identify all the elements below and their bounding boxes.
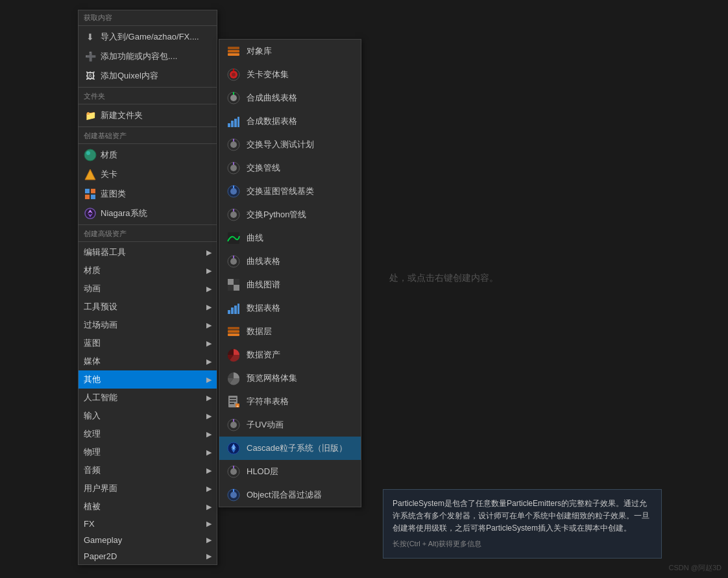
menu-item-foliage[interactable]: 植被 ▶ — [79, 498, 217, 516]
sub-item-asset-library[interactable]: 对象库 — [219, 40, 361, 63]
interchange-bp-label: 交换蓝图管线基类 — [247, 186, 314, 197]
menu-item-new-folder[interactable]: 📁 新建文件夹 — [79, 106, 217, 125]
sub-item-preview-mesh[interactable]: 预览网格体集 — [219, 367, 361, 390]
menu-item-blueprint-adv[interactable]: 蓝图 ▶ — [79, 334, 217, 352]
ui-arrow: ▶ — [206, 485, 212, 493]
sub-item-object-mixer[interactable]: Object混合器过滤器 — [219, 483, 361, 507]
svg-point-31 — [230, 188, 237, 195]
add-feature-label: 添加功能或内容包.... — [101, 51, 177, 62]
menu-item-niagara[interactable]: Niagara系统 — [79, 204, 217, 223]
menu-item-gameplay[interactable]: Gameplay ▶ — [79, 532, 217, 548]
menu-item-textures[interactable]: 纹理 ▶ — [79, 425, 217, 443]
menu-item-input[interactable]: 输入 ▶ — [79, 407, 217, 425]
interchange-test-label: 交换导入测试计划 — [247, 139, 314, 151]
tooltip-box: ParticleSystem是包含了任意数量ParticleEmitters的完… — [383, 489, 662, 559]
tool-presets-arrow: ▶ — [206, 303, 212, 311]
blueprint-class-label: 蓝图类 — [101, 188, 126, 200]
paper2d-label: Paper2D — [84, 551, 117, 561]
sub-item-curve[interactable]: 曲线 — [219, 226, 361, 250]
add-feature-icon: ➕ — [84, 50, 97, 63]
input-label: 输入 — [84, 410, 101, 422]
curve-table-icon — [226, 254, 241, 269]
sub-item-data-asset[interactable]: 数据资产 — [219, 343, 361, 367]
svg-rect-68 — [233, 466, 234, 468]
svg-rect-44 — [228, 310, 230, 314]
add-quixel-label: 添加Quixel内容 — [101, 70, 158, 82]
fx-arrow: ▶ — [206, 520, 212, 528]
new-folder-icon: 📁 — [84, 109, 97, 122]
sub-item-curve-table[interactable]: 曲线表格 — [219, 250, 361, 273]
svg-point-67 — [230, 468, 237, 475]
preview-mesh-label: 预览网格体集 — [247, 372, 297, 384]
svg-point-0 — [84, 149, 96, 161]
svg-rect-4 — [91, 189, 95, 193]
sub-item-interchange-pipe[interactable]: 交换管线 — [219, 156, 361, 180]
input-arrow: ▶ — [206, 412, 212, 420]
sub-item-cascade[interactable]: Cascade粒子系统（旧版） — [219, 437, 361, 460]
level-icon — [84, 168, 97, 181]
import-icon: ⬇ — [84, 30, 97, 43]
preview-mesh-icon — [226, 370, 241, 386]
svg-point-25 — [230, 141, 237, 148]
niagara-icon — [84, 207, 97, 220]
sub-uv-icon — [226, 417, 241, 433]
interchange-bp-icon — [226, 184, 241, 199]
svg-point-28 — [230, 165, 237, 171]
divider-6 — [79, 224, 217, 225]
sub-item-curve-atlas[interactable]: 曲线图谱 — [219, 273, 361, 296]
sub-item-interchange-bp[interactable]: 交换蓝图管线基类 — [219, 180, 361, 203]
svg-rect-43 — [234, 285, 239, 291]
menu-item-audio[interactable]: 音频 ▶ — [79, 461, 217, 479]
menu-item-animation[interactable]: 动画 ▶ — [79, 280, 217, 298]
menu-item-cinematic[interactable]: 过场动画 ▶ — [79, 316, 217, 334]
menu-item-blueprint-class[interactable]: 蓝图类 — [79, 184, 217, 204]
data-table-label: 数据表格 — [247, 302, 280, 314]
sub-item-interchange-test[interactable]: 交换导入测试计划 — [219, 133, 361, 156]
svg-rect-23 — [237, 117, 239, 127]
sub-item-data-table[interactable]: 数据表格 — [219, 296, 361, 320]
menu-item-import[interactable]: ⬇ 导入到/Game/azhao/FX.... — [79, 27, 217, 47]
sub-item-sub-uv[interactable]: 子UV动画 — [219, 413, 361, 437]
menu-item-ui[interactable]: 用户界面 ▶ — [79, 479, 217, 498]
sub-item-string-table[interactable]: + 字符串表格 — [219, 390, 361, 413]
menu-item-add-quixel[interactable]: 🖼 添加Quixel内容 — [79, 66, 217, 86]
tooltip-description: ParticleSystem是包含了任意数量ParticleEmitters的完… — [393, 498, 652, 535]
svg-rect-46 — [234, 306, 237, 314]
add-quixel-icon: 🖼 — [84, 69, 97, 82]
svg-rect-39 — [233, 256, 234, 258]
menu-item-fx[interactable]: FX ▶ — [79, 516, 217, 532]
foliage-label: 植被 — [84, 501, 101, 512]
menu-item-paper2d[interactable]: Paper2D ▶ — [79, 548, 217, 564]
sub-item-hlod[interactable]: HLOD层 — [219, 460, 361, 483]
menu-item-tool-presets[interactable]: 工具预设 ▶ — [79, 298, 217, 316]
physics-label: 物理 — [84, 446, 101, 458]
menu-item-media[interactable]: 媒体 ▶ — [79, 352, 217, 370]
menu-item-ai[interactable]: 人工智能 ▶ — [79, 389, 217, 407]
fx-label: FX — [84, 519, 95, 529]
menu-item-other[interactable]: 其他 ▶ — [79, 370, 217, 389]
composite-data-label: 合成数据表格 — [247, 115, 297, 127]
curve-label: 曲线 — [247, 232, 263, 244]
sub-item-composite-curve[interactable]: 合成曲线表格 — [219, 86, 361, 110]
sub-item-interchange-py[interactable]: 交换Python管线 — [219, 203, 361, 226]
ui-label: 用户界面 — [84, 483, 117, 494]
tool-presets-label: 工具预设 — [84, 301, 117, 313]
hlod-label: HLOD层 — [247, 466, 278, 477]
sub-item-composite-data[interactable]: 合成数据表格 — [219, 110, 361, 133]
object-mixer-label: Object混合器过滤器 — [247, 489, 322, 501]
interchange-py-icon — [226, 207, 241, 223]
menu-item-materials-adv[interactable]: 材质 ▶ — [79, 261, 217, 280]
menu-item-physics[interactable]: 物理 ▶ — [79, 443, 217, 461]
menu-item-editor-tools[interactable]: 编辑器工具 ▶ — [79, 243, 217, 261]
svg-rect-26 — [233, 139, 234, 141]
svg-rect-12 — [228, 47, 239, 49]
menu-item-add-feature[interactable]: ➕ 添加功能或内容包.... — [79, 47, 217, 66]
svg-rect-11 — [228, 50, 239, 53]
menu-item-material[interactable]: 材质 — [79, 145, 217, 165]
sub-item-checkpoint[interactable]: 关卡变体集 — [219, 63, 361, 86]
svg-point-1 — [86, 151, 90, 155]
menu-item-level[interactable]: 关卡 — [79, 165, 217, 184]
sub-item-data-layer[interactable]: 数据层 — [219, 320, 361, 343]
composite-curve-icon — [226, 90, 241, 106]
divider-1 — [79, 25, 217, 26]
